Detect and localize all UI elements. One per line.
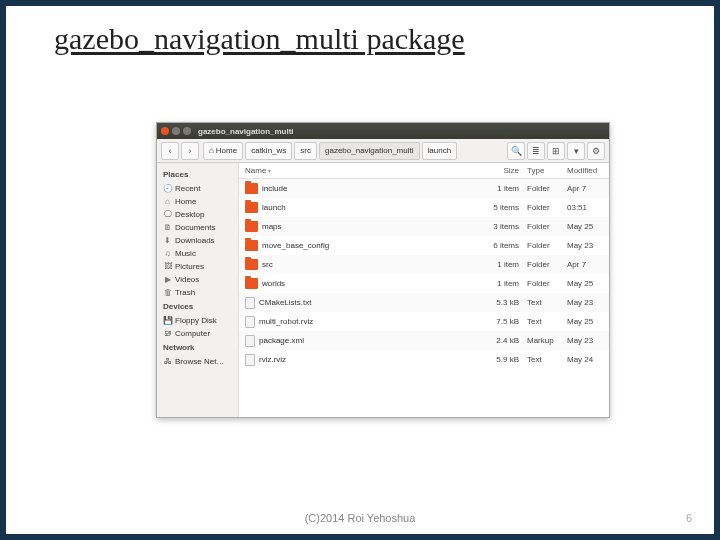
file-icon [245, 297, 255, 309]
sidebar-item-label: Home [175, 197, 196, 206]
breadcrumb-item[interactable]: launch [422, 142, 458, 160]
sidebar-item[interactable]: 🖳Computer [157, 327, 238, 340]
sidebar-item-label: Pictures [175, 262, 204, 271]
column-name[interactable]: Name▾ [239, 163, 477, 178]
file-size: 1 item [477, 184, 523, 193]
file-size: 5.9 kB [477, 355, 523, 364]
sidebar-item[interactable]: 🗎Documents [157, 221, 238, 234]
sidebar-item-icon: 🖼 [163, 262, 172, 271]
home-icon: ⌂ [209, 146, 214, 155]
file-modified: May 25 [563, 317, 609, 326]
sidebar-item-icon: ▶ [163, 275, 172, 284]
file-modified: Apr 7 [563, 260, 609, 269]
sidebar-item[interactable]: 🖧Browse Net… [157, 355, 238, 368]
sidebar-item[interactable]: ⬇Downloads [157, 234, 238, 247]
view-grid-button[interactable]: ⊞ [547, 142, 565, 160]
window-title: gazebo_navigation_multi [198, 127, 294, 136]
column-type[interactable]: Type [523, 163, 563, 178]
maximize-icon[interactable] [183, 127, 191, 135]
table-row[interactable]: worlds1 itemFolderMay 25 [239, 274, 609, 293]
file-size: 3 items [477, 222, 523, 231]
folder-icon [245, 221, 258, 232]
slide-title: gazebo_navigation_multi package [6, 6, 714, 56]
file-name: multi_robot.rviz [259, 317, 313, 326]
file-list: Name▾ Size Type Modified include1 itemFo… [239, 163, 609, 417]
sidebar-item-label: Videos [175, 275, 199, 284]
table-row[interactable]: include1 itemFolderApr 7 [239, 179, 609, 198]
breadcrumb-item[interactable]: gazebo_navigation_multi [319, 142, 420, 160]
table-row[interactable]: move_base_config6 itemsFolderMay 23 [239, 236, 609, 255]
table-row[interactable]: multi_robot.rviz7.5 kBTextMay 25 [239, 312, 609, 331]
sidebar-item-icon: 🗎 [163, 223, 172, 232]
folder-icon [245, 240, 258, 251]
sidebar-item-label: Documents [175, 223, 215, 232]
sidebar-item-label: Desktop [175, 210, 204, 219]
table-row[interactable]: CMakeLists.txt5.3 kBTextMay 23 [239, 293, 609, 312]
file-type: Folder [523, 222, 563, 231]
table-row[interactable]: src1 itemFolderApr 7 [239, 255, 609, 274]
table-row[interactable]: maps3 itemsFolderMay 25 [239, 217, 609, 236]
file-modified: May 25 [563, 222, 609, 231]
close-icon[interactable] [161, 127, 169, 135]
breadcrumb: ⌂Homecatkin_wssrcgazebo_navigation_multi… [203, 142, 458, 160]
file-type: Folder [523, 241, 563, 250]
breadcrumb-item[interactable]: ⌂Home [203, 142, 243, 160]
file-name: launch [262, 203, 286, 212]
file-modified: May 25 [563, 279, 609, 288]
file-type: Text [523, 298, 563, 307]
file-modified: 03:51 [563, 203, 609, 212]
file-name: worlds [262, 279, 285, 288]
sidebar-item[interactable]: 🕘Recent [157, 182, 238, 195]
sidebar-item-icon: 🖵 [163, 210, 172, 219]
file-type: Folder [523, 184, 563, 193]
forward-button[interactable]: › [181, 142, 199, 160]
sidebar-section-head: Places [157, 167, 238, 182]
file-modified: May 23 [563, 298, 609, 307]
sidebar-item-label: Trash [175, 288, 195, 297]
file-size: 1 item [477, 260, 523, 269]
sidebar-item-label: Browse Net… [175, 357, 224, 366]
sidebar-section-head: Devices [157, 299, 238, 314]
file-icon [245, 316, 255, 328]
sidebar-item-icon: 🕘 [163, 184, 172, 193]
view-list-button[interactable]: ≣ [527, 142, 545, 160]
sidebar-item[interactable]: ▶Videos [157, 273, 238, 286]
file-modified: May 23 [563, 241, 609, 250]
column-size[interactable]: Size [477, 163, 523, 178]
file-name: rviz.rviz [259, 355, 286, 364]
sidebar-item[interactable]: 🖼Pictures [157, 260, 238, 273]
sidebar-item-label: Computer [175, 329, 210, 338]
column-headers: Name▾ Size Type Modified [239, 163, 609, 179]
folder-icon [245, 278, 258, 289]
back-button[interactable]: ‹ [161, 142, 179, 160]
sidebar-item[interactable]: 🗑Trash [157, 286, 238, 299]
file-name: include [262, 184, 287, 193]
sidebar-item-icon: 🖧 [163, 357, 172, 366]
table-row[interactable]: launch5 itemsFolder03:51 [239, 198, 609, 217]
sidebar-item-icon: 💾 [163, 316, 172, 325]
sidebar-item[interactable]: 🖵Desktop [157, 208, 238, 221]
sidebar-item-icon: ⬇ [163, 236, 172, 245]
sidebar-item[interactable]: 💾Floppy Disk [157, 314, 238, 327]
breadcrumb-item[interactable]: src [294, 142, 317, 160]
sidebar-item[interactable]: ⌂Home [157, 195, 238, 208]
minimize-icon[interactable] [172, 127, 180, 135]
file-size: 5.3 kB [477, 298, 523, 307]
breadcrumb-item[interactable]: catkin_ws [245, 142, 292, 160]
folder-icon [245, 202, 258, 213]
sidebar: Places🕘Recent⌂Home🖵Desktop🗎Documents⬇Dow… [157, 163, 239, 417]
sidebar-item-label: Downloads [175, 236, 215, 245]
column-modified[interactable]: Modified [563, 163, 609, 178]
window-titlebar: gazebo_navigation_multi [157, 123, 609, 139]
file-name: CMakeLists.txt [259, 298, 311, 307]
sidebar-section-head: Network [157, 340, 238, 355]
gear-icon[interactable]: ⚙ [587, 142, 605, 160]
table-row[interactable]: package.xml2.4 kBMarkupMay 23 [239, 331, 609, 350]
sidebar-item-label: Floppy Disk [175, 316, 217, 325]
file-name: src [262, 260, 273, 269]
sort-asc-icon: ▾ [268, 168, 271, 174]
search-button[interactable]: 🔍 [507, 142, 525, 160]
view-menu-button[interactable]: ▾ [567, 142, 585, 160]
table-row[interactable]: rviz.rviz5.9 kBTextMay 24 [239, 350, 609, 369]
sidebar-item[interactable]: ♫Music [157, 247, 238, 260]
